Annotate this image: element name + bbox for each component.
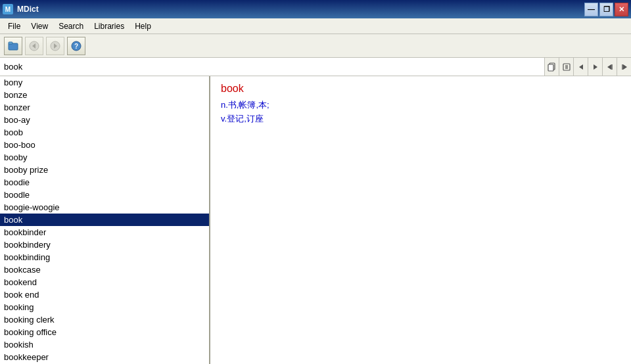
restore-button[interactable]: ❐ (599, 3, 613, 16)
list-item[interactable]: boodie (0, 176, 209, 189)
list-item[interactable]: bonzer (0, 101, 209, 114)
list-item[interactable]: boo-boo (0, 139, 209, 151)
toolbar: ? (0, 34, 631, 58)
copy-button-2[interactable] (559, 58, 573, 76)
word-list-scroll[interactable]: bonnybonusbonusesbon voyagebonybonzebonz… (0, 76, 209, 364)
menu-search[interactable]: Search (53, 20, 89, 32)
list-item[interactable]: bookish (0, 338, 209, 351)
definition-panel: book n.书,帐簿,本; v.登记,订座 (210, 76, 631, 364)
list-item[interactable]: book (0, 214, 209, 226)
word-list-container: bonnybonusbonusesbon voyagebonybonzebonz… (0, 76, 210, 364)
list-item[interactable]: booking (0, 301, 209, 313)
app-title: MDict (17, 5, 39, 14)
list-item[interactable]: boogie-woogie (0, 201, 209, 214)
list-item[interactable]: booking clerk (0, 313, 209, 326)
svg-marker-18 (623, 64, 627, 70)
copy-button-1[interactable] (544, 58, 559, 76)
list-item[interactable]: boo-ay (0, 114, 209, 126)
search-nav-buttons (544, 58, 631, 76)
list-item[interactable]: bonze (0, 89, 209, 101)
back-button[interactable] (25, 37, 43, 55)
list-item[interactable]: bookbindery (0, 239, 209, 251)
title-bar: M MDict — ❐ ✕ (0, 0, 631, 18)
definition-line-1: v.登记,订座 (221, 112, 620, 126)
definition-line-0: n.书,帐簿,本; (221, 99, 620, 112)
list-item[interactable]: bookcase (0, 263, 209, 276)
list-item[interactable]: boob (0, 126, 209, 139)
nav-next-button[interactable] (617, 58, 631, 76)
list-item[interactable]: boodle (0, 189, 209, 201)
search-input[interactable] (0, 58, 544, 76)
forward-button[interactable] (46, 37, 64, 55)
menu-libraries[interactable]: Libraries (89, 20, 129, 32)
close-button[interactable]: ✕ (615, 3, 628, 16)
svg-marker-15 (594, 64, 597, 70)
menu-help[interactable]: Help (129, 20, 156, 32)
svg-rect-1 (9, 42, 12, 44)
menu-view[interactable]: View (26, 20, 53, 32)
nav-forward-button[interactable] (588, 58, 602, 76)
menu-file[interactable]: File (3, 20, 26, 32)
menu-bar: File View Search Libraries Help (0, 18, 631, 34)
svg-rect-9 (548, 64, 553, 71)
search-bar (0, 58, 631, 76)
nav-prev-button[interactable] (602, 58, 617, 76)
list-item[interactable]: bookbinder (0, 226, 209, 239)
svg-marker-16 (607, 64, 611, 70)
definition-word: book (221, 83, 620, 95)
svg-marker-14 (579, 64, 583, 70)
list-item[interactable]: bookbinding (0, 251, 209, 263)
list-item[interactable]: book end (0, 288, 209, 301)
list-item[interactable]: bony (0, 76, 209, 89)
title-bar-buttons: — ❐ ✕ (584, 3, 628, 16)
svg-text:?: ? (74, 43, 78, 50)
main-content: bonnybonusbonusesbon voyagebonybonzebonz… (0, 76, 631, 364)
list-item[interactable]: booby (0, 151, 209, 164)
help-button[interactable]: ? (67, 37, 85, 55)
title-bar-left: M MDict (3, 4, 39, 14)
list-item[interactable]: booking office (0, 326, 209, 338)
list-item[interactable]: bookkeeper (0, 351, 209, 363)
list-item[interactable]: bookend (0, 276, 209, 288)
open-button[interactable] (4, 37, 22, 55)
list-item[interactable]: booby prize (0, 164, 209, 176)
app-icon: M (3, 4, 13, 14)
nav-back-button[interactable] (573, 58, 588, 76)
minimize-button[interactable]: — (584, 3, 598, 16)
